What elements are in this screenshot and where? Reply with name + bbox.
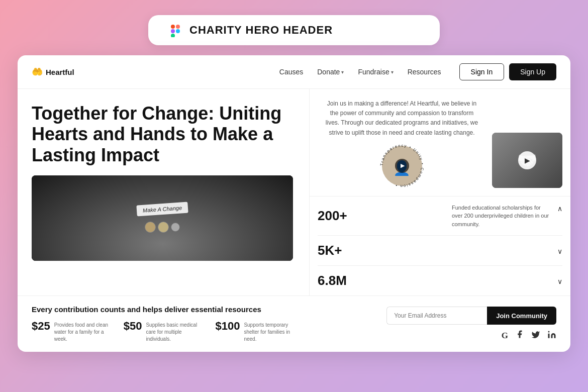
cta-title: Every contribution counts and helps deli… bbox=[32, 305, 376, 314]
svg-rect-1 bbox=[176, 25, 180, 29]
badge-play-area[interactable]: ▶ bbox=[380, 144, 424, 188]
desc-area: Join us in making a difference! At Heart… bbox=[318, 99, 486, 188]
email-input[interactable] bbox=[386, 307, 487, 325]
page-title: CHARITY HERO HEADER bbox=[189, 24, 333, 37]
donation-item-2: $50 Supplies basic medical care for mult… bbox=[124, 320, 202, 343]
nav-links: Causes Donate ▾ Fundraise ▾ Resources bbox=[279, 68, 441, 76]
stat-row-2[interactable]: 5K+ ∨ bbox=[318, 236, 562, 266]
fundraise-chevron-icon: ▾ bbox=[391, 69, 394, 75]
donate-chevron-icon: ▾ bbox=[341, 69, 344, 75]
email-row: Join Community bbox=[386, 307, 556, 325]
content-area: Together for Change: Uniting Hearts and … bbox=[18, 89, 570, 296]
donation-item-1: $25 Provides food and clean water for a … bbox=[32, 320, 110, 343]
stat-desc-1: Funded educational scholarships for over… bbox=[452, 204, 552, 229]
hero-description: Join us in making a difference! At Heart… bbox=[318, 99, 486, 138]
video-thumbnail[interactable]: 🤝 ▶ bbox=[492, 133, 562, 188]
donation-desc-2: Supplies basic medical care for multiple… bbox=[146, 322, 201, 343]
donation-amount-2: $50 bbox=[124, 320, 142, 333]
stat-row-1[interactable]: 200+ Funded educational scholarships for… bbox=[318, 197, 562, 236]
hero-image: Make A Change bbox=[32, 175, 293, 261]
nav-fundraise[interactable]: Fundraise ▾ bbox=[358, 68, 393, 76]
bottom-right: Join Community G bbox=[386, 307, 556, 341]
stat-chevron-down-3-icon: ∨ bbox=[557, 277, 562, 285]
logo: 🤲 Heartful bbox=[32, 66, 74, 77]
svg-rect-0 bbox=[171, 25, 175, 29]
linkedin-icon[interactable] bbox=[547, 330, 556, 341]
nav-resources[interactable]: Resources bbox=[408, 68, 441, 76]
main-card: 🤲 Heartful Causes Donate ▾ Fundraise ▾ R… bbox=[18, 55, 570, 352]
logo-icon: 🤲 bbox=[32, 66, 43, 77]
hero-title: Together for Change: Uniting Hearts and … bbox=[32, 103, 299, 165]
nav-buttons: Sign In Sign Up bbox=[459, 63, 556, 80]
svg-rect-2 bbox=[171, 29, 175, 33]
bottom-cta: Every contribution counts and helps deli… bbox=[32, 305, 376, 343]
stat-detail-1: Funded educational scholarships for over… bbox=[452, 204, 562, 229]
stat-detail-2: ∨ bbox=[557, 246, 562, 255]
nav-donate[interactable]: Donate ▾ bbox=[317, 68, 344, 76]
stats-area: 200+ Funded educational scholarships for… bbox=[310, 197, 570, 296]
join-community-button[interactable]: Join Community bbox=[487, 307, 556, 325]
stat-number-2: 5K+ bbox=[318, 243, 342, 258]
stat-number-3: 6.8M bbox=[318, 273, 347, 288]
google-icon[interactable]: G bbox=[502, 331, 508, 341]
svg-point-6 bbox=[548, 331, 550, 332]
donation-amounts: $25 Provides food and clean water for a … bbox=[32, 320, 376, 343]
video-play-icon[interactable]: ▶ bbox=[518, 151, 536, 169]
nav-causes[interactable]: Causes bbox=[279, 68, 303, 76]
sign-in-button[interactable]: Sign In bbox=[459, 63, 505, 80]
badge-play-icon[interactable]: ▶ bbox=[395, 159, 409, 173]
right-column: Join us in making a difference! At Heart… bbox=[309, 89, 570, 296]
donation-item-3: $100 Supports temporary shelter for fami… bbox=[215, 320, 299, 343]
donation-desc-1: Provides food and clean water for a fami… bbox=[54, 322, 110, 343]
twitter-icon[interactable] bbox=[531, 330, 540, 341]
circular-badge[interactable]: 👤 Transparency • Unity • Compassion • bbox=[380, 144, 424, 188]
image-label: Make A Change bbox=[136, 202, 188, 217]
social-icons: G bbox=[502, 330, 556, 341]
stat-number-1: 200+ bbox=[318, 208, 347, 224]
top-right: Join us in making a difference! At Heart… bbox=[310, 89, 570, 197]
stat-chevron-down-2-icon: ∨ bbox=[557, 247, 562, 255]
title-bar: CHARITY HERO HEADER bbox=[148, 15, 440, 45]
donation-amount-3: $100 bbox=[215, 320, 240, 333]
stat-chevron-up-icon: ∧ bbox=[557, 205, 562, 213]
stat-row-3[interactable]: 6.8M ∨ bbox=[318, 266, 562, 296]
donation-desc-3: Supports temporary shelter for families … bbox=[244, 322, 299, 343]
figma-icon bbox=[168, 23, 182, 37]
sign-up-button[interactable]: Sign Up bbox=[509, 63, 556, 80]
facebook-icon[interactable] bbox=[515, 330, 524, 341]
left-column: Together for Change: Uniting Hearts and … bbox=[18, 89, 309, 296]
donation-amount-1: $25 bbox=[32, 320, 50, 333]
badge-container: 👤 Transparency • Unity • Compassion • bbox=[380, 144, 424, 188]
stat-detail-3: ∨ bbox=[557, 276, 562, 285]
navbar: 🤲 Heartful Causes Donate ▾ Fundraise ▾ R… bbox=[18, 55, 570, 89]
bottom-bar: Every contribution counts and helps deli… bbox=[18, 296, 570, 352]
logo-text: Heartful bbox=[46, 68, 74, 76]
svg-rect-3 bbox=[171, 34, 175, 37]
svg-point-4 bbox=[176, 29, 180, 33]
